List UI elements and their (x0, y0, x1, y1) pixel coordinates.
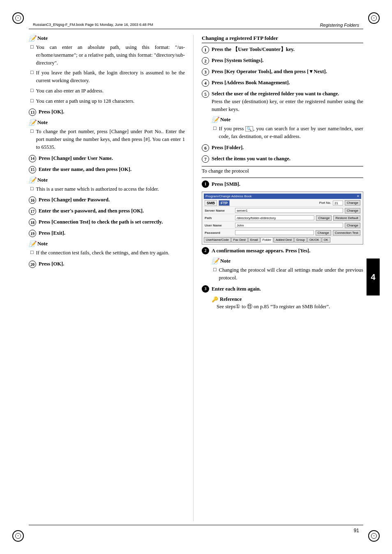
right-step-3-num: 3 (202, 68, 209, 76)
right-step-7: 7 Select the items you want to change. (202, 155, 363, 163)
right-step-1-text: Press the 【User Tools/Counter】key. (212, 46, 295, 53)
step-15-text: Enter the user name, and then press [OK]… (39, 166, 131, 173)
step-17-text: Enter the user's password, and then pres… (39, 207, 144, 215)
sub-section-heading: To change the protocol (202, 168, 363, 174)
note-4: 📝 Note □ If the connection test fails, c… (29, 240, 185, 257)
note-1-text-4: You can enter a path using up to 128 cha… (36, 97, 135, 105)
step-19-text: Press [Exit]. (39, 229, 65, 237)
note-bullet-right-1: □ (213, 125, 217, 141)
note-bullet-1: □ (30, 44, 34, 67)
screenshot-server-row: Server Name server1 Change (204, 208, 361, 214)
screenshot-change-btn-5[interactable]: Change (316, 230, 331, 235)
note-2-title: Note (37, 120, 48, 126)
screenshot-tab-group[interactable]: Group (294, 237, 307, 242)
screenshot-change-btn-4[interactable]: Change (345, 223, 360, 228)
note-bullet-5: □ (30, 128, 34, 151)
right-column: Changing a registered FTP folder 1 Press… (193, 35, 363, 521)
screenshot-username-label: User Name (205, 224, 233, 227)
reference-title: Reference (220, 296, 242, 302)
screenshot-change-btn-1[interactable]: Change (345, 200, 360, 205)
content-area: 📝 Note □ You can enter an absolute path,… (29, 35, 363, 521)
right-step-7-num: 7 (202, 155, 209, 163)
right-step-2-text: Press [System Settings]. (212, 57, 264, 65)
screenshot-tab-username[interactable]: UserName/Code (204, 237, 231, 242)
note-icon-1: 📝 (29, 35, 36, 42)
step-13: 13 Press [OK]. (29, 108, 185, 116)
step-20-num: 20 (29, 261, 36, 268)
sub-step-1: 1 Press [SMB]. (202, 180, 363, 188)
step-19-num: 19 (29, 230, 36, 237)
step-14-text: Press [Change] under User Name. (39, 155, 113, 162)
right-step-1: 1 Press the 【User Tools/Counter】key. (202, 46, 363, 53)
screenshot-change-btn-2[interactable]: Change (345, 208, 360, 213)
sub-step-2: 2 A confirmation message appears. Press … (202, 247, 363, 255)
note-right-item-1: □ If you press 🔍, you can search for a u… (212, 125, 363, 141)
sub-step-2-num: 2 (202, 247, 209, 254)
screenshot-path-label: Path (205, 216, 233, 220)
note-bullet-3: □ (30, 88, 34, 95)
step-19: 19 Press [Exit]. (29, 229, 185, 237)
sub-step-3-text: Enter each item again. (212, 285, 261, 293)
note-sub: 📝 Note □ Changing the protocol will clea… (202, 258, 363, 282)
screenshot-change-btn-3[interactable]: Change (316, 215, 332, 221)
screenshot-port-label: Port No. (319, 201, 331, 205)
right-section-heading: Changing a registered FTP folder (202, 35, 363, 43)
corner-mark-br (368, 530, 380, 542)
note-1-item-4: □ You can enter a path using up to 128 c… (29, 97, 185, 105)
corner-mark-tl (12, 12, 24, 24)
reference-block: 🔑 Reference See steps① to ⑪ on p.85 “To … (202, 296, 363, 311)
screenshot-tab-ok-ok[interactable]: OK/OK (307, 237, 321, 242)
step-14: 14 Press [Change] under User Name. (29, 155, 185, 162)
note-bullet-2: □ (30, 69, 34, 85)
header-line (29, 29, 363, 29)
step-13-text: Press [OK]. (39, 108, 64, 116)
note-3-item-1: □ This is a user name which is authorize… (29, 185, 185, 193)
right-step-6-num: 6 (202, 144, 209, 152)
right-step-6: 6 Press [Folder]. (202, 144, 363, 152)
note-icon-4: 📝 (29, 240, 36, 247)
right-step-4-text: Press [Address Book Management]. (212, 79, 290, 87)
screenshot-tab-email[interactable]: Email (248, 237, 260, 242)
right-step-1-num: 1 (202, 46, 209, 53)
step-20-text: Press [OK]. (39, 260, 64, 268)
section-title-header: Registering Folders (320, 23, 359, 28)
note-1-text-2: If you leave the path blank, the login d… (36, 69, 185, 85)
screenshot-server-value: server1 (235, 208, 343, 213)
note-3-title: Note (37, 177, 48, 183)
sub-section-divider-bottom (202, 178, 363, 178)
note-1-text-1: You can enter an absolute path, using th… (36, 44, 185, 67)
screenshot-tab-ok[interactable]: OK (322, 237, 330, 242)
note-4-text-1: If the connection test fails, check the … (36, 249, 169, 257)
note-sub-header: 📝 Note (212, 258, 363, 265)
right-step-3-text: Press [Key Operator Tools], and then pre… (212, 68, 327, 76)
screenshot-tab-folder[interactable]: Folder (261, 237, 273, 242)
step-17-num: 17 (29, 208, 36, 215)
screenshot-restore-btn[interactable]: Restore Default (333, 215, 360, 221)
step-18-num: 18 (29, 219, 36, 226)
note-1-text-3: You can also enter an IP address. (36, 87, 104, 95)
note-right: 📝 Note □ If you press 🔍, you can search … (202, 116, 363, 141)
step-15: 15 Enter the user name, and then press [… (29, 166, 185, 173)
step-18: 18 Press [Connection Test] to check the … (29, 218, 185, 226)
step-17: 17 Enter the user's password, and then p… (29, 207, 185, 215)
screenshot-tab-fax[interactable]: Fax Dest (231, 237, 248, 242)
note-icon-right: 📝 (212, 116, 219, 123)
screenshot-path-row: Path /directory/folder-d/directory Chang… (204, 215, 361, 222)
step-13-num: 13 (29, 108, 36, 116)
screenshot-conn-test-btn[interactable]: Connection Test (333, 230, 360, 235)
reference-text: See steps① to ⑪ on p.85 “To register an … (212, 303, 363, 311)
note-1-title: Note (37, 35, 48, 42)
right-step-5-body: Press the user (destination) key, or ent… (212, 99, 363, 112)
right-step-5-num: 5 (202, 90, 209, 98)
right-step-6-text: Press [Folder]. (212, 144, 244, 152)
screenshot-tab-added[interactable]: Added Dest (274, 237, 294, 242)
right-step-5: 5 Select the user of the registered fold… (202, 90, 363, 113)
note-1-header: 📝 Note (29, 35, 185, 42)
step-20: 20 Press [OK]. (29, 260, 185, 268)
right-step-5-text: Select the user of the registered folder… (212, 91, 339, 97)
note-bullet-7: □ (30, 249, 34, 257)
page-number: 91 (354, 528, 359, 533)
screenshot-title: Program/Change Address Book (205, 194, 252, 198)
note-2-text-1: To change the port number, press [Change… (36, 128, 185, 151)
note-1: 📝 Note □ You can enter an absolute path,… (29, 35, 185, 105)
